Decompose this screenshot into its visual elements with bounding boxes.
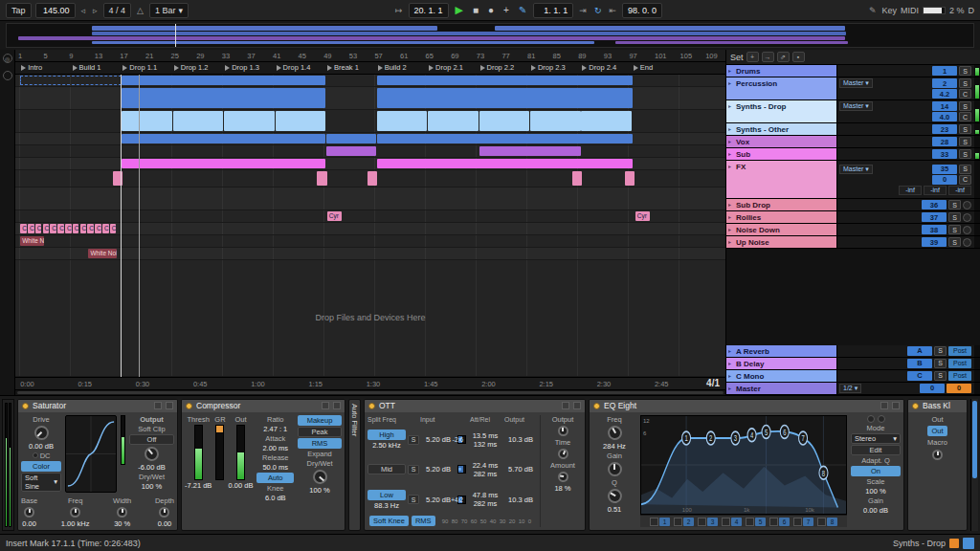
fold-icon[interactable] bbox=[892, 402, 900, 409]
track-number-box[interactable]: 39 bbox=[922, 237, 947, 247]
output-value[interactable]: -6.00 dB bbox=[129, 463, 174, 472]
lane-sub-drop[interactable]: CyrCyr bbox=[15, 210, 725, 223]
eq8-band-number-button[interactable]: 8 bbox=[827, 518, 837, 526]
eq8-node-3[interactable]: 3 bbox=[731, 431, 740, 445]
track-number-box[interactable]: B bbox=[907, 359, 932, 368]
eq8-band-number-button[interactable]: 3 bbox=[707, 518, 718, 526]
eq-gain-knob[interactable] bbox=[608, 462, 622, 476]
drywet-value[interactable]: 100 % bbox=[298, 486, 342, 495]
clip[interactable] bbox=[377, 134, 633, 143]
amount-value[interactable]: 18 % bbox=[554, 484, 570, 493]
solo-button[interactable]: S bbox=[959, 124, 971, 134]
track-header-vox[interactable]: Vox28S bbox=[726, 136, 980, 148]
lock-icon[interactable]: ▪ bbox=[792, 52, 805, 62]
loop-start-field[interactable]: 1. 1. 1 bbox=[533, 3, 573, 18]
ott-input-gain[interactable]: 5.20 dB bbox=[421, 465, 456, 474]
ott-attack-time[interactable]: 22.4 ms bbox=[468, 461, 502, 470]
nudge-up-icon[interactable]: ▹ bbox=[91, 6, 100, 15]
clip[interactable] bbox=[377, 76, 633, 85]
global-gain-value[interactable]: 0.00 dB bbox=[851, 506, 901, 515]
color-toggle[interactable]: Color bbox=[21, 461, 61, 472]
overdub-button[interactable]: + bbox=[501, 5, 512, 15]
solo-button[interactable]: S bbox=[959, 101, 971, 111]
play-button[interactable]: ▶ bbox=[453, 4, 466, 16]
lane-fx[interactable] bbox=[15, 170, 725, 187]
drywet-value[interactable]: 100 % bbox=[129, 482, 174, 491]
solo-button[interactable]: S bbox=[948, 225, 961, 234]
clip[interactable] bbox=[377, 88, 633, 108]
shape-chooser[interactable]: Soft Sine▾ bbox=[21, 473, 61, 492]
eq8-band-number-button[interactable]: 2 bbox=[683, 518, 694, 526]
clip[interactable]: C bbox=[50, 224, 56, 233]
track-name[interactable]: C Mono bbox=[726, 370, 837, 382]
locator-build-2[interactable]: Build 2 bbox=[377, 63, 407, 72]
fold-icon[interactable] bbox=[573, 402, 581, 409]
freq-value[interactable]: 1.00 kHz bbox=[61, 519, 90, 528]
lane-synths-drop[interactable] bbox=[15, 110, 725, 133]
time-ruler[interactable]: 4/1 0:000:150:300:451:001:151:301:452:00… bbox=[15, 377, 725, 389]
lane-synths-other[interactable] bbox=[15, 133, 725, 145]
edit-button[interactable]: Edit bbox=[851, 445, 901, 455]
crossfade-assign[interactable]: C bbox=[959, 112, 971, 121]
device-ott[interactable]: OTT Split Freq Input Att/Rel Output High… bbox=[364, 399, 586, 531]
ott-split-freq[interactable]: 2.50 kHz bbox=[368, 441, 406, 450]
lane-noise-down[interactable]: White Na bbox=[15, 235, 725, 248]
arm-button[interactable] bbox=[963, 213, 971, 222]
quantize-menu[interactable]: 1 Bar▾ bbox=[149, 3, 189, 18]
solo-button[interactable]: S bbox=[948, 237, 961, 247]
eq8-band-number-button[interactable]: 6 bbox=[779, 518, 790, 526]
overview-playhead[interactable] bbox=[175, 24, 176, 47]
output-routing-chooser[interactable]: Master ▾ bbox=[839, 78, 873, 88]
track-name[interactable]: Master bbox=[726, 383, 837, 394]
track-name[interactable]: FX bbox=[726, 161, 837, 198]
mode-chooser[interactable]: Stereo▾ bbox=[851, 433, 901, 444]
rail-icon[interactable] bbox=[3, 71, 12, 80]
eq8-title-bar[interactable]: EQ Eight bbox=[590, 400, 903, 412]
rms-toggle[interactable]: RMS bbox=[298, 438, 342, 449]
knee-value[interactable]: 6.0 dB bbox=[256, 494, 294, 502]
clip[interactable] bbox=[20, 76, 121, 85]
device-compressor[interactable]: Compressor Thresh -7.21 dB GR bbox=[181, 399, 345, 531]
solo-button[interactable]: S bbox=[934, 359, 947, 368]
eq8-node-7[interactable]: 7 bbox=[799, 431, 808, 445]
track-header-c-mono[interactable]: C MonoCSPost bbox=[726, 370, 980, 383]
fold-icon[interactable] bbox=[166, 402, 173, 409]
eq8-band-6[interactable]: 6 bbox=[769, 518, 790, 526]
selected-track-indicator[interactable]: Synths - Drop bbox=[893, 538, 974, 549]
hot-swap-icon[interactable] bbox=[322, 402, 329, 409]
ott-solo-button[interactable]: S bbox=[408, 465, 419, 474]
compressor-title-bar[interactable]: Compressor bbox=[182, 400, 345, 412]
jump-icon[interactable]: → bbox=[762, 52, 774, 62]
master-output-knob[interactable] bbox=[558, 426, 568, 436]
eq8-band-1[interactable]: 1 bbox=[650, 518, 670, 526]
solo-button[interactable]: S bbox=[959, 78, 971, 88]
output-routing-chooser[interactable]: 1/2 ▾ bbox=[839, 384, 861, 393]
locator-intro[interactable]: Intro bbox=[20, 63, 42, 72]
track-number-box[interactable]: 38 bbox=[922, 225, 947, 234]
eq8-band-shape-icon[interactable] bbox=[698, 518, 706, 526]
clip[interactable]: C bbox=[95, 224, 101, 233]
width-value[interactable]: 30 % bbox=[113, 519, 131, 528]
eq8-band-shape-icon[interactable] bbox=[817, 518, 826, 526]
clip[interactable] bbox=[377, 111, 428, 131]
clip[interactable] bbox=[625, 171, 635, 186]
locator-end[interactable]: End bbox=[633, 63, 653, 72]
rms-toggle[interactable]: RMS bbox=[412, 516, 435, 526]
depth-value[interactable]: 0.00 bbox=[155, 519, 174, 528]
nudge-down-icon[interactable]: ◃ bbox=[79, 6, 88, 15]
track-header-sub[interactable]: Sub33S bbox=[726, 148, 980, 161]
ott-release-time[interactable]: 282 ms bbox=[468, 499, 502, 508]
lane-up-noise[interactable]: White Noi bbox=[15, 248, 725, 260]
eq8-node-2[interactable]: 2 bbox=[706, 431, 715, 445]
track-name[interactable]: Up Noise bbox=[726, 236, 837, 248]
clip[interactable] bbox=[224, 111, 275, 131]
ratio-value[interactable]: 2.47 : 1 bbox=[256, 425, 294, 433]
eq8-band-number-button[interactable]: 7 bbox=[803, 518, 813, 526]
eq-freq-knob[interactable] bbox=[605, 423, 624, 442]
clip[interactable]: C bbox=[35, 224, 42, 233]
ott-release-time[interactable]: 282 ms bbox=[468, 470, 502, 478]
clip[interactable]: C bbox=[73, 224, 79, 233]
ott-split-freq[interactable]: 88.3 Hz bbox=[368, 501, 406, 510]
lane-rollies[interactable]: CCCCCCCCCCCCC bbox=[15, 223, 725, 235]
eq8-band-shape-icon[interactable] bbox=[674, 518, 682, 526]
